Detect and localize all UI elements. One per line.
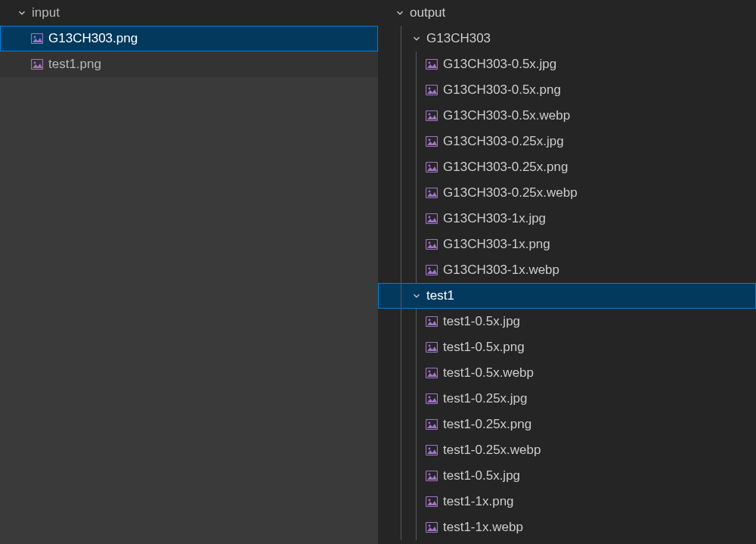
file-row[interactable]: G13CH303-1x.webp <box>378 257 756 283</box>
file-name: test1-0.5x.png <box>443 340 525 355</box>
svg-point-31 <box>429 422 431 424</box>
image-file-icon <box>425 340 438 354</box>
svg-point-15 <box>429 191 431 193</box>
svg-point-1 <box>34 36 36 39</box>
file-name: G13CH303-1x.webp <box>443 263 559 278</box>
file-row[interactable]: test1-0.25x.png <box>378 412 756 437</box>
subfolder-row[interactable]: test1 <box>378 283 756 309</box>
folder-label: output <box>410 5 445 20</box>
image-file-icon <box>425 443 438 457</box>
image-file-icon <box>425 366 438 380</box>
file-row[interactable]: G13CH303-1x.png <box>378 232 756 257</box>
image-file-icon <box>425 392 438 406</box>
file-name: G13CH303-0.25x.webp <box>443 185 578 201</box>
image-file-icon <box>425 212 438 225</box>
file-name: G13CH303-1x.jpg <box>443 211 546 226</box>
folder-name: G13CH303 <box>426 31 491 46</box>
image-file-icon <box>425 418 438 431</box>
image-file-icon <box>425 109 438 123</box>
svg-point-9 <box>429 113 431 116</box>
chevron-down-icon <box>393 6 407 20</box>
file-name: test1-0.5x.jpg <box>443 314 520 329</box>
file-row[interactable]: test1-0.5x.jpg <box>378 463 756 489</box>
svg-point-23 <box>429 319 431 322</box>
file-row[interactable]: G13CH303-1x.jpg <box>378 206 756 232</box>
file-name: G13CH303-0.25x.png <box>443 160 568 175</box>
file-name: test1-0.25x.png <box>443 417 531 432</box>
subfolder-row[interactable]: G13CH303 <box>378 26 756 51</box>
file-name: test1-1x.webp <box>443 520 523 535</box>
image-file-icon <box>30 58 44 71</box>
file-row[interactable]: G13CH303-0.25x.png <box>378 154 756 180</box>
chevron-down-icon <box>410 32 423 45</box>
svg-point-33 <box>429 448 431 450</box>
file-row[interactable]: G13CH303-0.25x.webp <box>378 180 756 206</box>
svg-point-19 <box>429 242 431 244</box>
svg-point-5 <box>429 62 431 64</box>
file-name: test1-0.25x.webp <box>443 443 541 458</box>
image-file-icon <box>425 315 438 328</box>
image-file-icon <box>425 58 438 71</box>
file-name: test1.png <box>48 57 101 72</box>
folder-name: test1 <box>426 288 454 303</box>
output-tree: G13CH303G13CH303-0.5x.jpgG13CH303-0.5x.p… <box>378 26 756 540</box>
file-row[interactable]: G13CH303-0.25x.jpg <box>378 129 756 154</box>
file-row[interactable]: test1-0.25x.webp <box>378 437 756 463</box>
input-pane: input G13CH303.pngtest1.png <box>0 0 378 544</box>
chevron-down-icon <box>410 289 423 303</box>
file-row[interactable]: test1-0.5x.png <box>378 334 756 360</box>
file-row[interactable]: G13CH303.png <box>0 26 378 51</box>
file-name: test1-1x.png <box>443 494 514 509</box>
image-file-icon <box>30 32 44 45</box>
file-name: G13CH303-1x.png <box>443 237 550 252</box>
file-name: G13CH303.png <box>48 31 138 46</box>
svg-point-7 <box>429 88 431 90</box>
file-row[interactable]: test1-0.5x.webp <box>378 360 756 386</box>
svg-point-29 <box>429 396 431 399</box>
image-file-icon <box>425 160 438 174</box>
chevron-down-icon <box>15 6 29 20</box>
file-name: G13CH303-0.25x.jpg <box>443 134 564 149</box>
image-file-icon <box>425 521 438 534</box>
image-file-icon <box>425 263 438 277</box>
output-folder-header[interactable]: output <box>378 0 756 26</box>
svg-point-11 <box>429 139 431 141</box>
file-row[interactable]: test1-0.25x.jpg <box>378 386 756 412</box>
output-pane: output G13CH303G13CH303-0.5x.jpgG13CH303… <box>378 0 756 544</box>
file-name: G13CH303-0.5x.webp <box>443 108 570 123</box>
input-folder-header[interactable]: input <box>0 0 378 26</box>
file-name: G13CH303-0.5x.jpg <box>443 57 556 72</box>
svg-point-21 <box>429 268 431 270</box>
svg-point-13 <box>429 165 431 167</box>
image-file-icon <box>425 495 438 508</box>
folder-label: input <box>32 5 60 20</box>
file-row[interactable]: G13CH303-0.5x.png <box>378 77 756 103</box>
svg-point-3 <box>34 62 36 64</box>
svg-point-35 <box>429 474 431 476</box>
image-file-icon <box>425 83 438 97</box>
file-name: test1-0.5x.jpg <box>443 468 520 483</box>
image-file-icon <box>425 238 438 251</box>
image-file-icon <box>425 135 438 148</box>
image-file-icon <box>425 469 438 483</box>
svg-point-25 <box>429 345 431 347</box>
file-row[interactable]: G13CH303-0.5x.jpg <box>378 51 756 77</box>
file-name: test1-0.5x.webp <box>443 365 534 381</box>
file-row[interactable]: test1-0.5x.jpg <box>378 309 756 334</box>
input-file-list: G13CH303.pngtest1.png <box>0 26 378 77</box>
svg-point-39 <box>429 525 431 527</box>
file-row[interactable]: test1-1x.webp <box>378 514 756 540</box>
file-name: test1-0.25x.jpg <box>443 391 528 406</box>
file-name: G13CH303-0.5x.png <box>443 82 561 98</box>
svg-point-27 <box>429 371 431 373</box>
file-explorer: input G13CH303.pngtest1.png output G13CH… <box>0 0 756 544</box>
svg-point-17 <box>429 216 431 219</box>
svg-point-37 <box>429 499 431 502</box>
file-row[interactable]: G13CH303-0.5x.webp <box>378 103 756 129</box>
file-row[interactable]: test1.png <box>0 51 378 77</box>
file-row[interactable]: test1-1x.png <box>378 489 756 514</box>
image-file-icon <box>425 186 438 200</box>
